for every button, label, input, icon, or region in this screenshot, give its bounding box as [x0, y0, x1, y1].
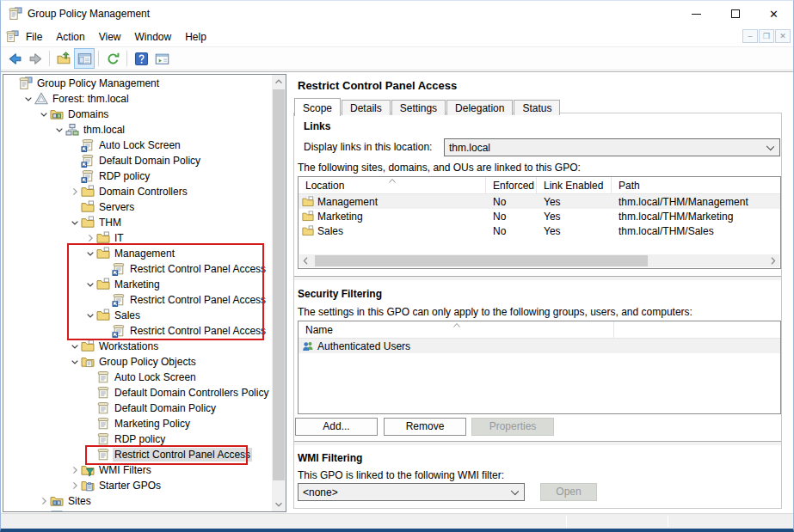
chevron-down-icon[interactable] [84, 247, 96, 260]
cell-path: thm.local/THM/Management [612, 194, 780, 209]
tab-status[interactable]: Status [514, 100, 560, 115]
minimize-button[interactable] [677, 1, 716, 27]
tree-item-restrict-control-panel-access[interactable]: Restrict Control Panel Access [3, 292, 272, 308]
chevron-down-icon [511, 487, 519, 495]
tree-item-default-domain-policy[interactable]: Default Domain Policy [3, 401, 272, 416]
ou-icon [81, 339, 95, 353]
menu-view[interactable]: View [92, 28, 128, 46]
location-combobox[interactable]: thm.local [444, 138, 780, 156]
tree-item-domains[interactable]: Domains [3, 107, 272, 122]
tree-item-default-domain-controllers-policy[interactable]: Default Domain Controllers Policy [3, 385, 272, 401]
tree-item-wmi-filters[interactable]: WMI Filters [3, 462, 272, 478]
tree-item-it[interactable]: IT [3, 230, 272, 246]
forward-button[interactable] [25, 48, 46, 69]
tree-item-thm-local[interactable]: thm.local [3, 122, 272, 138]
tree-item-rdp-policy[interactable]: RDP policy [3, 168, 272, 184]
tree-item-restrict-control-panel-access[interactable]: Restrict Control Panel Access [3, 261, 272, 277]
tree-item-marketing[interactable]: Marketing [3, 277, 272, 292]
tree-item-sales[interactable]: Sales [3, 308, 272, 323]
tree-item-auto-lock-screen[interactable]: Auto Lock Screen [3, 370, 272, 385]
tree-item-group-policy-objects[interactable]: Group Policy Objects [3, 354, 272, 370]
help-button[interactable] [131, 48, 151, 69]
tree-item-partial[interactable] [3, 509, 272, 511]
scrollbar-thumb[interactable] [273, 89, 285, 480]
menu-help[interactable]: Help [178, 28, 213, 46]
tree-item-label: Forest: thm.local [51, 92, 131, 106]
new-window-button[interactable] [151, 48, 172, 69]
tree-item-auto-lock-screen[interactable]: Auto Lock Screen [3, 138, 272, 153]
tree-item-marketing-policy[interactable]: Marketing Policy [3, 416, 272, 431]
status-bar-divider [668, 516, 668, 527]
maximize-button[interactable] [716, 1, 754, 27]
tree-item-servers[interactable]: Servers [3, 199, 272, 215]
chevron-down-icon[interactable] [69, 216, 81, 229]
tree-item-starter-gpos[interactable]: Starter GPOs [3, 478, 272, 493]
security-row-authenticated-users[interactable]: Authenticated Users [299, 339, 780, 353]
scrollbar-thumb[interactable] [315, 255, 648, 266]
scroll-left-icon[interactable] [299, 254, 312, 267]
tree-item-group-policy-management[interactable]: Group Policy Management [3, 76, 272, 91]
mdi-restore-button[interactable]: ❐ [759, 29, 774, 43]
console-tree-toggle-button[interactable] [74, 48, 95, 69]
tree-item-label: Domains [66, 107, 110, 121]
work-area: Group Policy ManagementForest: thm.local… [1, 71, 793, 510]
mdi-minimize-button[interactable]: – [742, 29, 758, 43]
tree-item-forest-thm-local[interactable]: Forest: thm.local [3, 91, 272, 107]
arrow-right-icon [28, 52, 43, 66]
chevron-down-icon[interactable] [69, 355, 81, 369]
tree-item-workstations[interactable]: Workstations [3, 339, 272, 354]
tab-scope[interactable]: Scope [294, 98, 341, 116]
link-row-sales[interactable]: SalesNoYesthm.local/THM/Sales [299, 223, 780, 238]
chevron-down-icon[interactable] [53, 123, 65, 137]
chevron-right-icon[interactable] [69, 463, 81, 477]
chevron-down-icon[interactable] [84, 309, 96, 322]
tree-item-restrict-control-panel-access[interactable]: Restrict Control Panel Access [3, 323, 272, 339]
tree-item-rdp-policy[interactable]: RDP policy [3, 431, 272, 447]
tree-item-restrict-control-panel-access[interactable]: Restrict Control Panel Access [3, 447, 272, 462]
chevron-right-icon[interactable] [69, 185, 81, 199]
tree-vertical-scrollbar[interactable] [272, 75, 286, 511]
tree-item-sites[interactable]: Sites [3, 493, 272, 509]
scroll-down-icon[interactable] [272, 498, 286, 511]
chevron-down-icon[interactable] [22, 92, 34, 106]
tree-item-thm[interactable]: THM [3, 215, 272, 230]
chevron-right-icon[interactable] [84, 231, 96, 245]
chevron-down-icon[interactable] [38, 107, 50, 121]
gpo-link-icon [81, 154, 95, 168]
tab-settings[interactable]: Settings [391, 100, 446, 115]
status-bar [1, 513, 793, 529]
menu-window[interactable]: Window [128, 28, 179, 46]
menu-action[interactable]: Action [49, 28, 91, 46]
column-header-enforced[interactable]: Enforced [486, 177, 537, 193]
remove-button[interactable]: Remove [384, 418, 466, 436]
chevron-placeholder [100, 324, 112, 338]
column-header-link-enabled[interactable]: Link Enabled [537, 177, 612, 193]
wmi-filter-combobox[interactable]: <none> [298, 483, 525, 501]
open-button[interactable]: Open [540, 483, 597, 501]
add-button[interactable]: Add... [295, 418, 378, 436]
tab-delegation[interactable]: Delegation [446, 100, 513, 115]
chevron-down-icon[interactable] [84, 278, 96, 291]
link-row-management[interactable]: ManagementNoYesthm.local/THM/Management [299, 194, 780, 209]
mdi-close-button[interactable]: ✕ [775, 29, 791, 43]
scroll-right-icon[interactable] [766, 254, 779, 267]
refresh-button[interactable] [102, 48, 123, 69]
tree-item-domain-controllers[interactable]: Domain Controllers [3, 184, 272, 199]
tree-item-default-domain-policy[interactable]: Default Domain Policy [3, 153, 272, 168]
chevron-down-icon[interactable] [69, 339, 81, 353]
close-button[interactable]: ✕ [754, 1, 793, 27]
column-header-path[interactable]: Path [612, 177, 780, 193]
export-list-button[interactable] [53, 48, 74, 69]
menu-file[interactable]: File [19, 28, 49, 46]
link-row-marketing[interactable]: MarketingNoYesthm.local/THM/Marketing [299, 209, 780, 223]
links-horizontal-scrollbar[interactable] [299, 254, 779, 267]
scroll-up-icon[interactable] [272, 75, 286, 89]
starter-gpo-icon [81, 479, 95, 492]
tab-details[interactable]: Details [342, 100, 391, 115]
back-button[interactable] [4, 48, 25, 69]
cell-name: Authenticated Users [299, 339, 780, 353]
properties-button[interactable]: Properties [471, 418, 554, 436]
chevron-right-icon[interactable] [38, 494, 50, 508]
chevron-right-icon[interactable] [69, 479, 81, 492]
tree-item-management[interactable]: Management [3, 246, 272, 261]
